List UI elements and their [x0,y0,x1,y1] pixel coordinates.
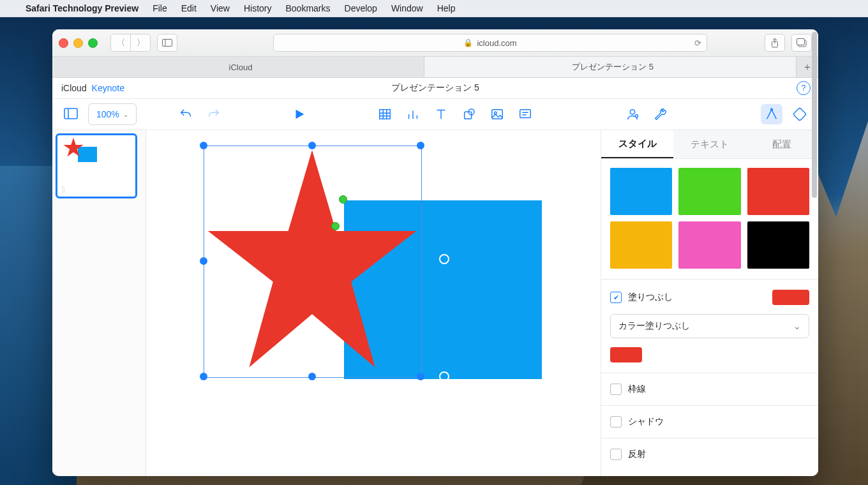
slide-number: 1 [61,185,66,194]
preset-swatch[interactable] [610,221,672,269]
lock-icon: 🔒 [463,38,473,47]
style-presets [610,168,809,269]
sidebar-toggle-button[interactable] [157,34,177,52]
play-button[interactable] [288,104,310,124]
format-inspector: スタイル テキスト 配置 [601,130,818,476]
shadow-label: シャドウ [628,416,664,428]
document-title: プレゼンテーション 5 [391,82,479,94]
menu-bookmarks[interactable]: Bookmarks [285,3,330,13]
url-text: icloud.com [477,38,516,48]
inspector-tab-style[interactable]: スタイル [601,130,673,158]
border-checkbox[interactable] [610,384,622,395]
svg-rect-27 [793,108,807,121]
tab-label: プレゼンテーション 5 [572,61,654,73]
insert-image-button[interactable] [486,104,508,124]
selection-box [204,146,422,378]
shadow-checkbox[interactable] [610,416,622,428]
star-adjust-handle[interactable] [339,195,347,204]
animate-inspector-button[interactable] [789,104,811,124]
browser-tabbar: iCloud プレゼンテーション 5 ＋ [52,57,818,78]
menu-window[interactable]: Window [391,3,423,13]
menu-file[interactable]: File [153,3,167,13]
inspector-tab-arrange[interactable]: 配置 [746,130,818,158]
insert-shape-button[interactable] [458,104,480,124]
close-window-button[interactable] [59,38,68,48]
redo-button[interactable] [203,104,225,124]
svg-rect-17 [464,112,471,119]
sel-handle-n[interactable] [308,142,316,149]
browser-tab-presentation[interactable]: プレゼンテーション 5 [424,57,797,77]
insert-table-button[interactable] [374,104,396,124]
menu-edit[interactable]: Edit [181,3,197,13]
format-inspector-button[interactable] [761,104,782,124]
share-button[interactable] [765,34,785,52]
reflection-row: 反射 [610,449,809,460]
browser-tab-icloud[interactable]: iCloud [52,57,424,77]
sel-handle-sw[interactable] [200,373,207,380]
menu-history[interactable]: History [244,3,272,13]
rect-handle[interactable] [439,254,449,264]
sel-handle-nw[interactable] [200,142,207,149]
menu-view[interactable]: View [211,3,230,13]
preset-swatch[interactable] [747,221,809,269]
preset-swatch[interactable] [747,168,809,215]
minimize-window-button[interactable] [73,38,83,48]
menu-help[interactable]: Help [437,3,456,13]
star-adjust-handle[interactable] [331,222,340,230]
preset-swatch[interactable] [678,168,740,215]
sel-handle-ne[interactable] [417,142,424,149]
back-button[interactable]: 〈 [110,34,131,52]
menubar-app-name[interactable]: Safari Technology Preview [26,3,138,13]
view-mode-button[interactable] [60,104,82,124]
preset-swatch[interactable] [678,221,740,269]
tab-label: iCloud [229,63,253,72]
slide-thumbnail-1[interactable]: 1 [57,135,135,197]
svg-rect-5 [64,108,77,119]
svg-point-24 [630,110,634,114]
address-bar[interactable]: 🔒 icloud.com ⟳ [273,34,707,52]
reload-icon[interactable]: ⟳ [694,38,701,48]
slide-navigator[interactable]: 1 [52,130,146,476]
fill-swatch[interactable] [772,290,809,305]
inspector-body: 塗りつぶし カラー塗りつぶし ⌄ 枠線 [601,159,818,469]
collaborate-button[interactable] [622,104,643,124]
inspector-tabs: スタイル テキスト 配置 [601,130,818,159]
preset-swatch[interactable] [610,168,672,215]
insert-text-button[interactable] [430,104,452,124]
desktop: Safari Technology Preview File Edit View… [0,0,868,485]
fill-type-select[interactable]: カラー塗りつぶし ⌄ [610,314,809,338]
keynote-header: iCloud Keynote プレゼンテーション 5 ? [52,78,818,99]
sel-handle-w[interactable] [200,257,207,265]
menu-develop[interactable]: Develop [345,3,377,13]
fill-checkbox[interactable] [610,292,622,303]
keynote-brand[interactable]: iCloud Keynote [61,83,124,93]
inspector-scrollbar[interactable] [812,32,817,198]
reflection-checkbox[interactable] [610,449,622,460]
insert-chart-button[interactable] [402,104,424,124]
rect-handle[interactable] [439,371,449,382]
undo-button[interactable] [175,104,197,124]
svg-rect-0 [163,40,172,47]
sel-handle-se[interactable] [417,373,424,380]
zoom-window-button[interactable] [88,38,98,48]
inspector-tab-text[interactable]: テキスト [673,130,745,158]
tools-button[interactable] [650,104,671,124]
svg-rect-7 [380,110,391,119]
reflection-label: 反射 [628,449,646,460]
insert-comment-button[interactable] [514,104,536,124]
slide-canvas[interactable] [146,130,601,476]
forward-button[interactable]: 〉 [131,34,151,52]
help-button[interactable]: ? [797,81,811,95]
fill-color-well[interactable] [610,347,642,362]
macos-menubar: Safari Technology Preview File Edit View… [0,0,868,17]
keynote-body: 1 [52,130,818,476]
tabs-overview-button[interactable] [791,34,812,52]
zoom-dropdown[interactable]: 100% ⌄ [88,103,137,125]
brand-keynote: Keynote [92,83,124,93]
window-controls [59,38,98,48]
sel-handle-s[interactable] [308,373,316,380]
fill-type-value: カラー塗りつぶし [618,320,690,332]
border-label: 枠線 [628,384,646,395]
nav-buttons: 〈 〉 [110,34,151,52]
svg-rect-4 [797,39,805,45]
